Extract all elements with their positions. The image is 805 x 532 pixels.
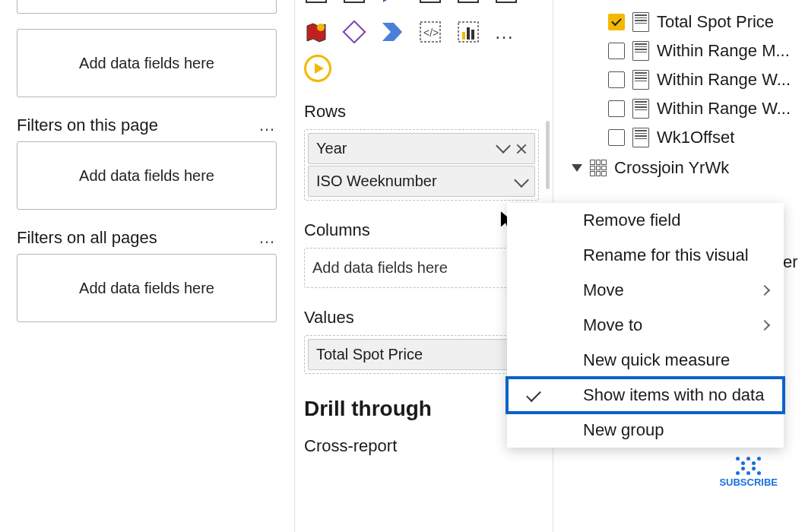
ctx-move-to[interactable]: Move to — [507, 308, 784, 343]
svg-rect-2 — [420, 0, 440, 2]
filters-on-all-header: Filters on all pages … — [17, 228, 277, 248]
filters-on-all-label: Filters on all pages — [17, 228, 157, 248]
chevron-right-icon — [759, 285, 770, 296]
ctx-rename-visual[interactable]: Rename for this visual — [507, 238, 784, 273]
script-viz-icon[interactable]: </> — [418, 20, 442, 44]
ctx-new-group[interactable]: New group — [507, 413, 784, 448]
field-label: Wk1Offset — [657, 128, 734, 147]
svg-rect-3 — [458, 0, 478, 2]
field-label: Total Spot Price — [316, 346, 423, 363]
row-field-iso-weeknumber[interactable]: ISO Weeknumber — [308, 166, 535, 197]
rows-well[interactable]: Year ISO Weeknumber — [304, 129, 539, 201]
svg-text:</>: </> — [423, 27, 439, 39]
value-field-total-spot-price[interactable]: Total Spot Price — [308, 339, 535, 370]
chevron-down-icon[interactable] — [514, 173, 529, 188]
measure-icon — [632, 128, 649, 147]
ctx-move[interactable]: Move — [507, 273, 784, 308]
field-label: Year — [316, 140, 347, 157]
field-label: Within Range M... — [657, 41, 790, 61]
filters-on-page-label: Filters on this page — [17, 116, 158, 135]
custom-viz-icon[interactable] — [342, 20, 366, 44]
checkbox[interactable] — [608, 43, 625, 59]
ctx-remove-field[interactable]: Remove field — [507, 203, 784, 238]
ctx-new-quick-measure[interactable]: New quick measure — [507, 343, 784, 378]
columns-well[interactable]: Add data fields here — [304, 248, 539, 288]
checkbox[interactable] — [608, 100, 625, 117]
measure-icon — [632, 70, 649, 90]
measure-icon — [632, 41, 649, 61]
viz-type-icon[interactable] — [342, 0, 366, 5]
field-label: Total Spot Price — [657, 12, 774, 32]
filters-pane: Add data fields here Filters on this pag… — [0, 0, 295, 532]
drop-zone-filters-all[interactable]: Add data fields here — [17, 254, 277, 322]
context-menu: Remove field Rename for this visual Move… — [507, 203, 784, 448]
svg-rect-12 — [471, 30, 474, 40]
field-total-spot-price[interactable]: Total Spot Price — [608, 8, 796, 36]
cross-report-label: Cross-report — [304, 436, 539, 456]
rows-label: Rows — [304, 102, 539, 122]
values-label: Values — [304, 308, 539, 328]
ctx-show-items-no-data[interactable]: Show items with no data — [507, 378, 784, 413]
field-within-range-w2[interactable]: Within Range W... — [608, 94, 796, 123]
scrollbar-thumb[interactable] — [546, 121, 550, 189]
ai-viz-icon[interactable] — [456, 20, 480, 44]
viz-type-icon[interactable] — [456, 0, 480, 5]
chevron-right-icon — [759, 320, 770, 331]
dna-icon — [719, 467, 778, 475]
drop-zone-label: Add data fields here — [79, 55, 214, 72]
play-button[interactable] — [304, 55, 331, 82]
drill-through-label: Drill through — [304, 397, 539, 421]
values-well[interactable]: Total Spot Price — [304, 335, 539, 374]
field-label: Within Range W... — [657, 70, 791, 90]
svg-rect-11 — [467, 27, 470, 40]
field-label: Within Range W... — [657, 99, 791, 119]
power-automate-icon[interactable] — [380, 20, 404, 44]
svg-rect-1 — [344, 0, 364, 2]
more-icon[interactable]: … — [258, 228, 277, 248]
filters-on-page-header: Filters on this page … — [17, 116, 277, 135]
close-icon[interactable] — [516, 144, 527, 154]
checkbox[interactable] — [608, 71, 625, 88]
field-within-range-w1[interactable]: Within Range W... — [608, 65, 796, 94]
check-icon — [526, 387, 541, 402]
table-icon — [590, 160, 607, 176]
viz-type-icon[interactable] — [418, 0, 442, 5]
subscribe-badge[interactable]: SUBSCRIBE — [719, 457, 778, 488]
viz-type-icon[interactable] — [494, 0, 518, 5]
drop-zone-filter-visual-add[interactable]: Add data fields here — [17, 29, 277, 97]
drop-zone-label: Add data fields here — [79, 280, 214, 297]
play-icon — [315, 63, 324, 74]
map-viz-icon[interactable] — [304, 20, 328, 44]
svg-point-5 — [317, 24, 325, 31]
checkbox-checked[interactable] — [608, 14, 625, 30]
caret-down-icon[interactable] — [572, 164, 582, 172]
obscured-text: er — [783, 252, 798, 272]
dna-icon — [719, 457, 778, 465]
row-field-year[interactable]: Year — [308, 133, 535, 164]
more-icon[interactable]: … — [258, 116, 277, 135]
more-viz-icon[interactable]: … — [494, 21, 515, 44]
table-label: Crossjoin YrWk — [614, 158, 729, 178]
viz-type-icon[interactable] — [304, 0, 328, 5]
svg-rect-10 — [462, 32, 465, 40]
subscribe-label: SUBSCRIBE — [719, 477, 778, 488]
checkbox[interactable] — [608, 129, 625, 146]
drop-zone-label: Add data fields here — [79, 167, 214, 185]
viz-type-icon[interactable] — [380, 0, 404, 5]
svg-rect-6 — [344, 21, 365, 43]
svg-rect-0 — [306, 0, 326, 2]
measure-icon — [632, 12, 649, 32]
field-wk1offset[interactable]: Wk1Offset — [608, 123, 796, 152]
svg-rect-4 — [496, 0, 516, 2]
measure-icon — [632, 99, 649, 119]
field-label: ISO Weeknumber — [316, 173, 437, 190]
field-within-range-m[interactable]: Within Range M... — [608, 36, 796, 65]
drop-zone-filter-visual[interactable] — [17, 0, 277, 14]
drop-zone-label: Add data fields here — [312, 259, 448, 276]
chevron-down-icon[interactable] — [496, 138, 511, 154]
drop-zone-filters-page[interactable]: Add data fields here — [17, 141, 277, 210]
table-crossjoin-yrwk[interactable]: Crossjoin YrWk — [563, 155, 796, 181]
